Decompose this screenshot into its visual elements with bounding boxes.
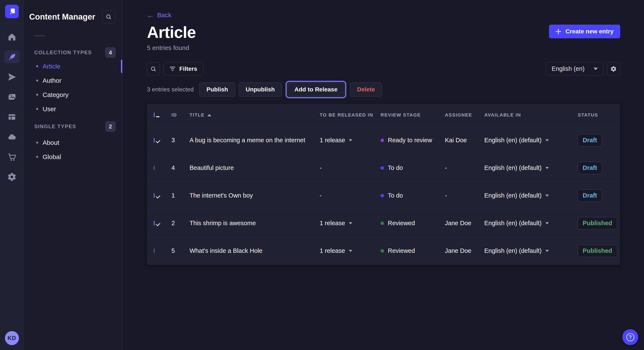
cell-title: This shrimp is awesome bbox=[190, 220, 320, 227]
chevron-down-icon bbox=[546, 194, 549, 197]
content-manager-subnav: Content Manager COLLECTION TYPES 4 Artic… bbox=[24, 0, 122, 350]
cell-available-in[interactable]: English (en) (default) bbox=[484, 164, 578, 172]
single-types-count-badge: 2 bbox=[105, 121, 116, 132]
cell-released-in[interactable]: 1 release bbox=[320, 137, 380, 144]
chevron-down-icon bbox=[349, 222, 352, 224]
subnav-item-user[interactable]: User bbox=[24, 102, 122, 116]
row-checkbox[interactable] bbox=[154, 193, 154, 198]
single-types-label: SINGLE TYPES bbox=[34, 124, 76, 130]
subnav-item-author[interactable]: Author bbox=[24, 73, 122, 88]
rail-nav-items bbox=[4, 31, 20, 183]
back-arrow-icon: ← bbox=[147, 11, 154, 19]
content-type-builder-icon[interactable] bbox=[4, 111, 20, 123]
create-new-entry-label: Create new entry bbox=[566, 28, 614, 35]
table-row[interactable]: 5 What's inside a Black Hole 1 release R… bbox=[147, 237, 620, 265]
cell-assignee: Jane Doe bbox=[445, 247, 484, 254]
main-content: ← Back Article Create new entry 5 entrie… bbox=[123, 0, 644, 350]
column-header-review-stage[interactable]: REVIEW STAGE bbox=[380, 112, 445, 118]
subnav-item-label: User bbox=[42, 105, 56, 113]
chevron-down-icon bbox=[546, 222, 549, 224]
content-manager-icon[interactable] bbox=[4, 51, 20, 63]
subnav-item-label: Category bbox=[42, 91, 68, 98]
row-checkbox[interactable] bbox=[154, 138, 154, 143]
settings-gear-icon[interactable] bbox=[4, 171, 20, 183]
cell-released-in[interactable]: 1 release bbox=[320, 220, 380, 227]
cell-id: 5 bbox=[172, 247, 190, 254]
strapi-logo-icon bbox=[8, 7, 16, 15]
column-header-assignee[interactable]: ASSIGNEE bbox=[445, 112, 484, 118]
cell-assignee: Jane Doe bbox=[445, 220, 484, 227]
subnav-item-global[interactable]: Global bbox=[24, 150, 122, 164]
subnav-item-label: Article bbox=[42, 63, 60, 70]
status-badge: Draft bbox=[578, 189, 602, 202]
cell-title: Beautiful picture bbox=[190, 164, 320, 172]
subnav-item-article[interactable]: Article bbox=[24, 59, 122, 73]
table-row[interactable]: 4 Beautiful picture - To do - English (e… bbox=[147, 154, 620, 181]
table-row[interactable]: 2 This shrimp is awesome 1 release Revie… bbox=[147, 209, 620, 237]
releases-icon[interactable] bbox=[4, 71, 20, 83]
column-header-status[interactable]: STATUS bbox=[578, 112, 613, 118]
subnav-item-category[interactable]: Category bbox=[24, 88, 122, 102]
media-library-icon[interactable] bbox=[4, 91, 20, 103]
cell-available-in[interactable]: English (en) (default) bbox=[484, 247, 578, 254]
status-badge: Draft bbox=[578, 162, 602, 174]
list-settings-button[interactable] bbox=[607, 62, 620, 75]
subnav-search-button[interactable] bbox=[102, 10, 115, 23]
rail-divider bbox=[0, 23, 24, 23]
cell-available-in[interactable]: English (en) (default) bbox=[484, 137, 578, 144]
table-row[interactable]: 1 The internet's Own boy - To do - Engli… bbox=[147, 181, 620, 209]
cell-available-in[interactable]: English (en) (default) bbox=[484, 192, 578, 199]
search-icon bbox=[106, 14, 112, 20]
cell-title: A bug is becoming a meme on the internet bbox=[190, 137, 320, 144]
cloud-icon[interactable] bbox=[4, 131, 20, 143]
search-icon bbox=[150, 66, 156, 72]
home-icon[interactable] bbox=[4, 31, 20, 43]
cell-status: Published bbox=[578, 245, 617, 257]
user-avatar[interactable]: KD bbox=[5, 331, 19, 345]
cell-released-in: - bbox=[320, 164, 380, 172]
entries-selected-text: 3 entries selected bbox=[147, 86, 194, 93]
locale-select[interactable]: English (en) bbox=[546, 62, 604, 75]
column-header-title[interactable]: TITLE bbox=[190, 112, 320, 118]
cell-available-in[interactable]: English (en) (default) bbox=[484, 220, 578, 227]
cell-review-stage: Reviewed bbox=[380, 220, 445, 227]
marketplace-cart-icon[interactable] bbox=[4, 151, 20, 163]
unpublish-button[interactable]: Unpublish bbox=[239, 82, 282, 97]
chevron-down-icon bbox=[349, 139, 352, 141]
table-row[interactable]: 3 A bug is becoming a meme on the intern… bbox=[147, 126, 620, 154]
subnav-title: Content Manager bbox=[29, 12, 95, 21]
table-search-button[interactable] bbox=[147, 62, 160, 75]
column-header-released-in[interactable]: TO BE RELEASED IN bbox=[320, 112, 380, 118]
subnav-item-about[interactable]: About bbox=[24, 136, 122, 150]
strapi-logo[interactable] bbox=[5, 5, 19, 18]
entries-table: ID TITLE TO BE RELEASED IN REVIEW STAGE … bbox=[147, 104, 620, 265]
help-button[interactable]: ? bbox=[622, 329, 638, 345]
cell-assignee: - bbox=[445, 192, 484, 199]
cell-review-stage: Reviewed bbox=[380, 247, 445, 254]
delete-button[interactable]: Delete bbox=[350, 82, 382, 97]
create-new-entry-button[interactable]: Create new entry bbox=[549, 25, 620, 38]
cell-id: 1 bbox=[172, 192, 190, 199]
row-checkbox[interactable] bbox=[154, 166, 154, 170]
select-all-checkbox[interactable] bbox=[154, 113, 154, 117]
plus-icon bbox=[556, 29, 561, 34]
add-to-release-button[interactable]: Add to Release bbox=[287, 82, 344, 97]
table-header-row: ID TITLE TO BE RELEASED IN REVIEW STAGE … bbox=[147, 104, 620, 126]
cell-released-in: - bbox=[320, 192, 380, 199]
filters-button[interactable]: Filters bbox=[163, 62, 204, 75]
publish-button[interactable]: Publish bbox=[199, 82, 235, 97]
column-header-available-in[interactable]: AVAILABLE IN bbox=[484, 112, 578, 118]
bullet-icon bbox=[36, 80, 38, 81]
filter-icon bbox=[170, 67, 176, 71]
cell-released-in[interactable]: 1 release bbox=[320, 247, 380, 254]
cell-review-stage: To do bbox=[380, 192, 445, 199]
stage-dot-icon bbox=[380, 194, 384, 197]
back-link[interactable]: ← Back bbox=[147, 11, 172, 19]
bullet-icon bbox=[36, 94, 38, 96]
cell-status: Draft bbox=[578, 134, 613, 147]
locale-value: English (en) bbox=[552, 65, 584, 72]
column-header-id[interactable]: ID bbox=[172, 112, 190, 118]
chevron-down-icon bbox=[546, 250, 549, 252]
row-checkbox[interactable] bbox=[154, 221, 154, 225]
row-checkbox[interactable] bbox=[154, 249, 154, 253]
